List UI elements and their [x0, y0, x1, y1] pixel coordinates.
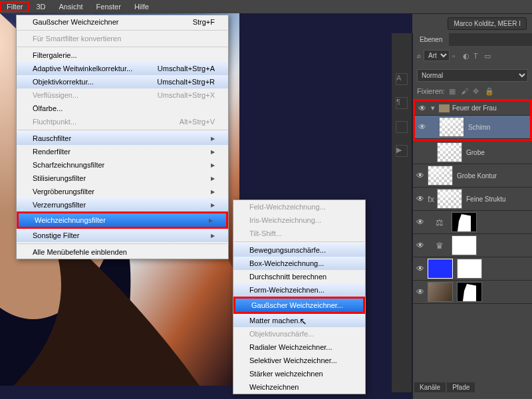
- top-menu-bar: Filter 3D Ansicht Fenster Hilfe: [0, 0, 532, 13]
- menu-filter[interactable]: Filter: [0, 1, 29, 12]
- visibility-icon[interactable]: 👁: [413, 264, 428, 273]
- filter-vanish: Fluchtpunkt...Alt+Strg+V: [17, 115, 228, 128]
- layer-thumbnail[interactable]: [428, 259, 453, 279]
- tab-channels[interactable]: Kanäle: [414, 382, 446, 392]
- filter-icon[interactable]: ◐: [463, 52, 471, 60]
- blur-motion[interactable]: Bewegungsunschärfe...: [233, 243, 365, 257]
- layer-thumbnail[interactable]: [428, 282, 453, 302]
- fx-icon[interactable]: fx: [428, 194, 437, 204]
- filter-kind-select[interactable]: Art: [424, 50, 450, 61]
- filter-noise[interactable]: Rauschfilter: [17, 132, 228, 145]
- menu-help[interactable]: Hilfe: [128, 1, 156, 12]
- blur-submenu: Feld-Weichzeichnung... Iris-Weichzeichnu…: [233, 200, 366, 394]
- user-button[interactable]: Marco Kolditz, MEER I: [448, 17, 527, 30]
- folder-icon: [439, 104, 450, 112]
- layer-item[interactable]: 👁: [413, 257, 532, 281]
- blur-matte[interactable]: Matter machen...: [233, 314, 365, 327]
- visibility-icon[interactable]: 👁: [415, 104, 430, 113]
- filter-blur[interactable]: Weichzeichnungsfilter: [19, 213, 226, 227]
- filter-sharpen[interactable]: Scharfzeichnungsfilter: [17, 158, 228, 172]
- filter-other[interactable]: Sonstige Filter: [17, 229, 228, 242]
- lock-label: Fixieren:: [417, 87, 445, 95]
- filter-render[interactable]: Renderfilter: [17, 145, 228, 158]
- filter-liquify: Verflüssigen...Umschalt+Strg+X: [17, 88, 228, 102]
- blur-gaussian[interactable]: Gaußscher Weichzeichner...: [235, 299, 363, 312]
- mask-thumbnail[interactable]: [457, 282, 482, 302]
- menu-3d[interactable]: 3D: [29, 1, 52, 12]
- filter-stylize[interactable]: Stilisierungsfilter: [17, 172, 228, 185]
- layer-thumbnail[interactable]: [439, 117, 464, 137]
- filter-icon[interactable]: ▫: [452, 52, 460, 60]
- layer-item[interactable]: 👁 fx Feine Struktu: [413, 188, 532, 211]
- blur-iris: Iris-Weichzeichnung...: [233, 213, 365, 227]
- folder-arrow-icon[interactable]: ▾: [430, 104, 436, 112]
- layer-list: 👁 ▾ Feuer der Frau 👁 Schimn Grobe 👁 Grob…: [413, 99, 532, 304]
- layer-thumbnail[interactable]: [437, 142, 462, 162]
- lock-paint-icon[interactable]: 🖌: [461, 87, 469, 95]
- filter-lens[interactable]: Objektivkorrektur...Umschalt+Strg+R: [17, 75, 228, 88]
- filter-gallery[interactable]: Filtergalerie...: [17, 49, 228, 62]
- layer-name: Feine Struktu: [466, 196, 505, 203]
- filter-icon[interactable]: ▭: [484, 52, 492, 60]
- filter-showall[interactable]: Alle Menübefehle einblenden: [17, 245, 228, 259]
- filter-menu-dropdown: Gaußscher WeichzeichnerStrg+F Für Smartf…: [16, 15, 229, 259]
- folder-name: Feuer der Frau: [452, 104, 497, 112]
- layer-item[interactable]: 👁 ♛: [413, 234, 532, 257]
- blur-shape[interactable]: Form-Weichzeichnen...: [233, 283, 365, 297]
- layer-item[interactable]: 👁: [413, 281, 532, 304]
- panel-icon[interactable]: A: [396, 73, 408, 85]
- blur-field: Feld-Weichzeichnung...: [233, 200, 365, 213]
- layer-item[interactable]: Grobe: [413, 141, 532, 164]
- layer-folder[interactable]: 👁 ▾ Feuer der Frau: [415, 101, 530, 116]
- mask-thumbnail[interactable]: [457, 259, 482, 279]
- lock-transparency-icon[interactable]: ▦: [449, 87, 457, 95]
- layer-item[interactable]: 👁 Grobe Kontur: [413, 164, 532, 188]
- panel-icon[interactable]: ▶: [396, 145, 408, 157]
- blend-mode-select[interactable]: Normal: [417, 69, 528, 82]
- layers-panel: Ebenen ⌕ Art ▫ ◐ T ▭ Normal Fixieren: ▦ …: [412, 33, 532, 399]
- mask-thumbnail[interactable]: [452, 235, 477, 255]
- layer-thumbnail[interactable]: [437, 189, 462, 209]
- visibility-icon[interactable]: 👁: [413, 287, 428, 297]
- lock-all-icon[interactable]: 🔒: [485, 87, 493, 95]
- visibility-icon[interactable]: 👁: [413, 171, 428, 180]
- blur-soft[interactable]: Weichzeichnen: [233, 380, 365, 394]
- adjustment-icon: ♛: [428, 241, 452, 251]
- filter-distort[interactable]: Verzerrungsfilter: [17, 198, 228, 211]
- blur-tilt: Tilt-Shift...: [233, 227, 365, 240]
- tab-layers[interactable]: Ebenen: [413, 33, 449, 46]
- blur-box[interactable]: Box-Weichzeichnung...: [233, 257, 365, 270]
- visibility-icon[interactable]: 👁: [415, 122, 430, 132]
- visibility-icon[interactable]: 👁: [413, 241, 428, 250]
- filter-icon[interactable]: T: [473, 52, 481, 60]
- menu-window[interactable]: Fenster: [90, 1, 128, 12]
- filter-pixelate[interactable]: Vergröberungsfilter: [17, 185, 228, 198]
- layer-item-selected[interactable]: 👁 Schimn: [415, 116, 530, 139]
- panel-tabs-bottom: Kanäle Pfade: [414, 382, 475, 392]
- collapsed-panel-strip: A ¶ ▶: [392, 33, 412, 392]
- visibility-icon[interactable]: 👁: [413, 217, 428, 227]
- lock-position-icon[interactable]: ✥: [473, 87, 481, 95]
- blur-radial[interactable]: Radialer Weichzeichner...: [233, 340, 365, 354]
- blur-avg[interactable]: Durchschnitt berechnen: [233, 270, 365, 283]
- filter-oil[interactable]: Ölfarbe...: [17, 102, 228, 115]
- blur-more[interactable]: Stärker weichzeichnen: [233, 367, 365, 380]
- menu-view[interactable]: Ansicht: [53, 1, 90, 12]
- layer-name: Schimn: [468, 124, 490, 131]
- blur-lensblur: Objektivunschärfe...: [233, 327, 365, 340]
- layer-name: Grobe: [466, 149, 485, 156]
- layer-thumbnail[interactable]: [428, 166, 453, 186]
- layer-item[interactable]: 👁 ⚖: [413, 211, 532, 234]
- panel-icon[interactable]: [396, 121, 408, 133]
- panel-icon[interactable]: ¶: [396, 97, 408, 109]
- filter-adaptive[interactable]: Adaptive Weitwinkelkorrektur...Umschalt+…: [17, 62, 228, 75]
- layer-name: Grobe Kontur: [457, 172, 497, 180]
- filter-last[interactable]: Gaußscher WeichzeichnerStrg+F: [17, 15, 228, 29]
- mask-thumbnail[interactable]: [452, 212, 477, 232]
- filter-smart: Für Smartfilter konvertieren: [17, 32, 228, 45]
- blur-smart[interactable]: Selektiver Weichzeichner...: [233, 354, 365, 367]
- adjustment-icon: ⚖: [428, 217, 452, 227]
- visibility-icon[interactable]: 👁: [413, 194, 428, 203]
- tab-paths[interactable]: Pfade: [447, 382, 475, 392]
